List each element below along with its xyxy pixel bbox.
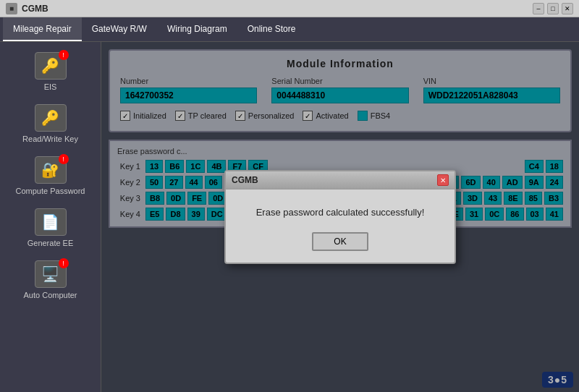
sidebar-item-2[interactable]: 🔐!Compute Password <box>3 150 98 201</box>
sidebar-badge-4: ! <box>59 258 69 268</box>
app-icon: ■ <box>6 3 17 14</box>
window-controls: – □ ✕ <box>533 3 573 14</box>
dialog-body: Erase password calculated successfully! … <box>226 189 455 263</box>
maximize-button[interactable]: □ <box>547 3 559 14</box>
sidebar-label-3: Generate EE <box>28 239 74 247</box>
menu-item-0[interactable]: Mileage Repair <box>3 17 82 41</box>
sidebar-label-4: Auto Computer <box>24 291 77 299</box>
sidebar-label-1: Read/Write Key <box>22 135 78 143</box>
sidebar-icon-3: 📄 <box>35 208 67 236</box>
menu-item-2[interactable]: Wiring Diagram <box>157 17 237 41</box>
sidebar-label-0: EIS <box>44 82 57 91</box>
dialog-title-bar: CGMB ✕ <box>226 171 455 189</box>
sidebar-item-3[interactable]: 📄Generate EE <box>3 203 98 253</box>
sidebar-icon-0: 🔑! <box>35 52 67 80</box>
menu-item-1[interactable]: GateWay R/W <box>82 17 157 41</box>
sidebar-icon-1: 🔑 <box>35 104 67 132</box>
sidebar-item-0[interactable]: 🔑!EIS <box>3 46 98 97</box>
sidebar-icon-2: 🔐! <box>35 156 67 184</box>
dialog-close-button[interactable]: ✕ <box>437 174 449 186</box>
dialog-message: Erase password calculated successfully! <box>240 207 440 218</box>
sidebar-item-1[interactable]: 🔑Read/Write Key <box>3 98 98 149</box>
content-area: Module Information Number 1642700352 Ser… <box>101 42 579 392</box>
close-button[interactable]: ✕ <box>562 3 573 14</box>
title-bar: ■ CGMB – □ ✕ <box>0 0 579 17</box>
sidebar-badge-2: ! <box>59 154 69 164</box>
sidebar-label-2: Compute Password <box>16 187 85 195</box>
sidebar: 🔑!EIS🔑Read/Write Key🔐!Compute Password📄G… <box>0 42 101 392</box>
main-layout: 🔑!EIS🔑Read/Write Key🔐!Compute Password📄G… <box>0 42 579 392</box>
minimize-button[interactable]: – <box>533 3 544 14</box>
menu-bar: Mileage RepairGateWay R/WWiring DiagramO… <box>0 17 579 42</box>
app-title: CGMB <box>22 4 48 14</box>
sidebar-icon-4: 🖥️! <box>35 260 67 288</box>
sidebar-badge-0: ! <box>59 50 69 60</box>
dialog-overlay: CGMB ✕ Erase password calculated success… <box>101 42 579 392</box>
cgmb-dialog: CGMB ✕ Erase password calculated success… <box>224 170 456 264</box>
dialog-title: CGMB <box>232 175 258 185</box>
menu-item-3[interactable]: Online Store <box>237 17 306 41</box>
dialog-ok-button[interactable]: OK <box>312 232 368 251</box>
sidebar-item-4[interactable]: 🖥️!Auto Computer <box>3 255 98 305</box>
